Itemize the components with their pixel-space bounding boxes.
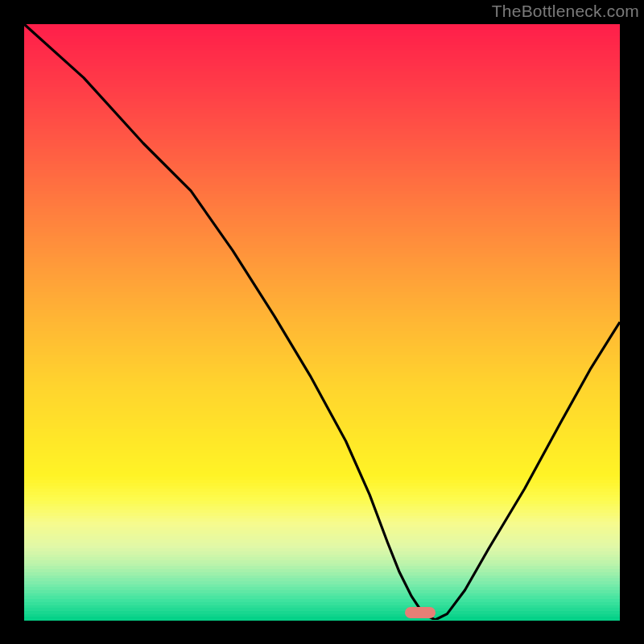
watermark-text: TheBottleneck.com bbox=[492, 2, 639, 21]
optimal-marker bbox=[405, 607, 436, 618]
plot-area bbox=[24, 24, 620, 620]
chart-container: TheBottleneck.com bbox=[0, 0, 644, 644]
bottleneck-curve bbox=[24, 24, 620, 620]
